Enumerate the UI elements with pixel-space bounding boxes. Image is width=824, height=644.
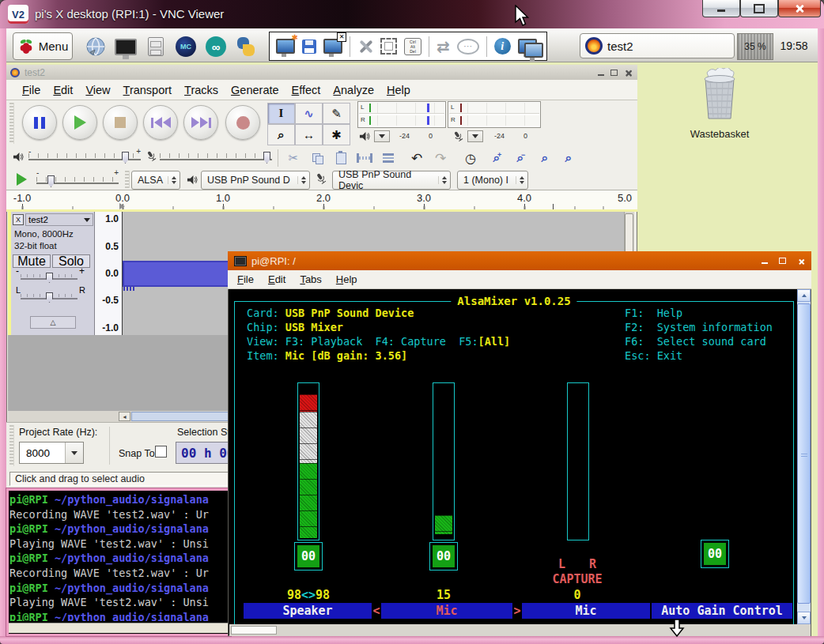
menu-transport[interactable]: Transport: [123, 84, 172, 96]
menu-view[interactable]: View: [85, 84, 110, 96]
agc-indicator[interactable]: 00: [701, 540, 729, 568]
toolbar-grabber[interactable]: [9, 425, 14, 466]
scroll-up-button[interactable]: [797, 289, 811, 302]
new-connection-icon[interactable]: ✱: [276, 39, 295, 54]
paste-button[interactable]: [331, 149, 351, 167]
minimize-icon[interactable]: [598, 74, 604, 76]
arduino-icon[interactable]: ∞: [204, 35, 228, 58]
recording-meter[interactable]: L R: [448, 101, 541, 128]
minimize-button[interactable]: [702, 0, 740, 17]
minimize-icon[interactable]: [762, 262, 768, 264]
mic-mute-indicator[interactable]: 00: [429, 542, 458, 571]
terminal-titlebar[interactable]: pi@RPI: /: [228, 251, 811, 270]
zoom-out-button[interactable]: ⌕−: [511, 149, 531, 167]
playback-speed-slider[interactable]: - +: [36, 171, 119, 188]
control-label-agc[interactable]: Auto Gain Control: [652, 603, 792, 619]
cut-button[interactable]: ✂: [283, 149, 304, 167]
chat-icon[interactable]: ⋯: [457, 39, 479, 55]
speaker-volume-bar[interactable]: [297, 382, 319, 540]
terminal-icon[interactable]: [114, 35, 138, 58]
menu-tracks[interactable]: Tracks: [184, 84, 218, 96]
options-tools-icon[interactable]: [357, 39, 373, 55]
timer-record-button[interactable]: ◷: [460, 149, 481, 167]
silence-button[interactable]: [378, 149, 399, 167]
menu-help[interactable]: Help: [387, 84, 410, 96]
rewind-button[interactable]: [143, 105, 178, 140]
selection-tool-button[interactable]: I: [267, 103, 295, 124]
pause-button[interactable]: [22, 105, 57, 140]
menu-effect[interactable]: Effect: [292, 84, 321, 96]
wastebasket-icon[interactable]: [694, 68, 745, 125]
control-label-mic-selected[interactable]: Mic: [381, 603, 512, 619]
python-icon[interactable]: [234, 35, 258, 58]
close-connection-icon[interactable]: ✕: [323, 39, 342, 54]
speaker-mute-indicator[interactable]: 00: [294, 542, 323, 571]
toolbar-grabber[interactable]: [9, 103, 14, 144]
record-button[interactable]: [225, 105, 260, 140]
info-icon[interactable]: i: [494, 38, 511, 55]
ctrl-alt-del-icon[interactable]: CtrlAltDel: [404, 38, 421, 55]
menu-edit[interactable]: Edit: [268, 273, 285, 285]
devices-icon[interactable]: [518, 39, 537, 55]
zoom-in-button[interactable]: ⌕+: [487, 149, 508, 167]
input-volume-slider[interactable]: [160, 149, 272, 166]
track-close-button[interactable]: X: [13, 214, 24, 225]
scroll-left-button[interactable]: ◂: [119, 412, 130, 421]
playback-meter[interactable]: L R: [357, 101, 446, 128]
toolbar-grabber[interactable]: [125, 171, 130, 188]
save-icon[interactable]: [302, 40, 316, 54]
menu-file[interactable]: File: [22, 84, 40, 96]
fit-project-button[interactable]: ⌕: [558, 149, 579, 167]
project-rate-select[interactable]: 8000: [19, 442, 84, 464]
play-at-speed-button[interactable]: [11, 171, 32, 187]
web-browser-icon[interactable]: [84, 35, 108, 58]
midnight-commander-icon[interactable]: MC: [174, 35, 198, 58]
play-button[interactable]: [62, 105, 97, 140]
file-manager-icon[interactable]: [144, 35, 168, 58]
menu-analyze[interactable]: Analyze: [333, 84, 374, 96]
slider-thumb[interactable]: [122, 152, 129, 164]
mic-volume-bar[interactable]: [433, 382, 455, 540]
slider-thumb[interactable]: [263, 152, 270, 164]
track-collapse-button[interactable]: △: [30, 316, 76, 329]
maximize-icon[interactable]: [779, 258, 786, 264]
playback-meter-dropdown[interactable]: [374, 130, 390, 142]
redo-button[interactable]: ↷: [430, 149, 451, 167]
control-label-capture-mic[interactable]: Mic: [522, 603, 650, 619]
menu-tabs[interactable]: Tabs: [300, 273, 321, 285]
maximize-button[interactable]: [740, 0, 778, 17]
close-icon[interactable]: [625, 70, 630, 75]
output-device-select[interactable]: USB PnP Sound D: [201, 171, 310, 190]
close-button[interactable]: [778, 0, 821, 17]
envelope-tool-button[interactable]: ∿: [295, 103, 323, 124]
fast-forward-button[interactable]: [183, 105, 218, 140]
terminal-horizontal-scrollbar[interactable]: [229, 624, 797, 636]
control-label-speaker[interactable]: Speaker: [244, 603, 372, 619]
draw-tool-button[interactable]: ✎: [323, 103, 350, 124]
undo-button[interactable]: ↶: [406, 149, 427, 167]
input-device-select[interactable]: USB PnP Sound Devic: [332, 171, 451, 190]
cpu-monitor[interactable]: 35 %: [737, 33, 773, 60]
slider-thumb[interactable]: [47, 175, 55, 187]
close-icon[interactable]: [798, 258, 803, 263]
terminal-scrollbar-thumb[interactable]: [797, 303, 811, 604]
copy-button[interactable]: [307, 149, 327, 167]
trim-button[interactable]: [354, 149, 375, 167]
taskbar-task-test2[interactable]: test2: [580, 33, 735, 58]
stop-button[interactable]: [103, 105, 138, 140]
menu-button[interactable]: Menu: [13, 32, 73, 60]
timeshift-tool-button[interactable]: ↔: [295, 124, 323, 145]
menu-file[interactable]: File: [237, 273, 254, 285]
menu-help[interactable]: Help: [336, 273, 357, 285]
snap-to-checkbox[interactable]: [155, 446, 167, 458]
zoom-tool-button[interactable]: ⌕: [267, 124, 295, 145]
menu-generate[interactable]: Generate: [231, 84, 278, 96]
multi-tool-button[interactable]: ✱: [323, 124, 350, 145]
terminal-hscrollbar-thumb[interactable]: [231, 626, 277, 635]
fit-selection-button[interactable]: ⌕: [535, 149, 555, 167]
audio-host-select[interactable]: ALSA: [131, 171, 180, 190]
scroll-down-button[interactable]: [797, 612, 811, 624]
track-title-menu[interactable]: test2: [25, 213, 93, 226]
input-channels-select[interactable]: 1 (Mono) I: [457, 171, 528, 190]
taskbar-clock[interactable]: 19:58: [773, 33, 815, 58]
